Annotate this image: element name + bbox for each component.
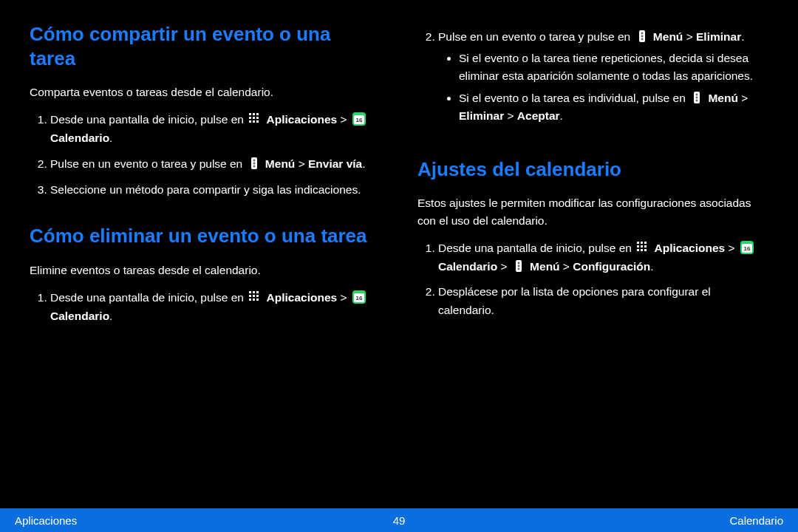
menu-label: Menú	[265, 157, 295, 170]
svg-rect-18	[256, 291, 259, 293]
apps-label: Aplicaciones	[267, 113, 338, 126]
svg-rect-24	[256, 299, 259, 301]
svg-rect-23	[253, 299, 255, 301]
svg-rect-2	[256, 113, 259, 115]
settings-step-2: Desplácese por la lista de opciones para…	[438, 283, 768, 320]
delete-intro: Elimine eventos o tareas desde el calend…	[30, 262, 381, 279]
right-column: Pulse en un evento o tarea y pulse en Me…	[417, 15, 768, 508]
accept-label: Aceptar	[517, 109, 560, 122]
svg-point-15	[253, 165, 255, 167]
svg-rect-20	[253, 295, 255, 297]
calendar-icon: 16	[740, 240, 754, 255]
svg-rect-41	[644, 245, 647, 248]
page-footer: Aplicaciones 49 Calendario	[0, 508, 798, 532]
apps-grid-icon	[248, 112, 262, 126]
share-steps: Desde una pantalla de inicio, pulse en A…	[30, 111, 381, 206]
svg-rect-42	[637, 249, 639, 251]
delete-sub-2-text-a: Si el evento o la tarea es individual, p…	[459, 92, 689, 104]
svg-rect-44	[644, 249, 647, 251]
svg-rect-7	[253, 120, 255, 123]
delete-step-1-text-a: Desde una pantalla de inicio, pulse en	[50, 291, 247, 304]
svg-point-51	[517, 267, 519, 270]
settings-step-1: Desde una pantalla de inicio, pulse en A…	[438, 239, 768, 276]
svg-rect-21	[256, 295, 259, 297]
footer-right: Calendario	[729, 514, 783, 527]
document-page: Cómo compartir un evento o una tarea Com…	[0, 0, 798, 532]
content-columns: Cómo compartir un evento o una tarea Com…	[0, 0, 798, 508]
svg-point-33	[696, 93, 698, 95]
delete-sub-2: Si el evento o la tarea es individual, p…	[459, 89, 768, 125]
svg-rect-38	[644, 242, 647, 244]
menu-dots-icon	[512, 259, 525, 273]
heading-share-event: Cómo compartir un evento o una tarea	[30, 22, 381, 70]
menu-dots-icon	[690, 91, 703, 104]
settings-label: Configuración	[573, 260, 650, 273]
svg-rect-3	[249, 117, 251, 119]
apps-label: Aplicaciones	[267, 291, 338, 304]
footer-page-number: 49	[393, 514, 406, 527]
menu-dots-icon	[635, 30, 649, 43]
share-intro: Comparta eventos o tareas desde el calen…	[30, 83, 381, 100]
svg-text:16: 16	[743, 245, 750, 252]
calendar-label: Calendario	[50, 132, 109, 144]
delete-label: Eliminar	[459, 109, 504, 122]
svg-rect-17	[253, 291, 255, 293]
menu-label: Menú	[708, 92, 737, 104]
svg-point-35	[696, 99, 698, 101]
delete-steps: Desde una pantalla de inicio, pulse en A…	[30, 289, 381, 333]
svg-rect-1	[253, 113, 255, 115]
svg-point-50	[517, 265, 519, 267]
settings-intro: Estos ajustes le permiten modificar las …	[417, 194, 768, 229]
calendar-label: Calendario	[50, 310, 109, 322]
svg-point-49	[517, 262, 519, 264]
delete-sub-1: Si el evento o la tarea tiene repeticion…	[459, 50, 768, 85]
delete-label: Eliminar	[696, 30, 741, 43]
svg-rect-39	[637, 245, 639, 248]
share-step-2: Pulse en un evento o tarea y pulse en Me…	[50, 155, 381, 174]
svg-rect-16	[249, 291, 251, 293]
svg-rect-43	[641, 249, 643, 251]
menu-dots-icon	[248, 157, 261, 170]
apps-grid-icon	[248, 290, 262, 304]
heading-delete-event: Cómo eliminar un evento o una tarea	[30, 224, 381, 248]
svg-point-13	[253, 159, 255, 161]
svg-rect-22	[249, 299, 251, 301]
calendar-label: Calendario	[438, 260, 497, 273]
calendar-icon: 16	[352, 112, 366, 126]
apps-label: Aplicaciones	[655, 242, 726, 254]
svg-rect-5	[256, 117, 259, 119]
calendar-icon: 16	[352, 290, 366, 304]
delete-step-2: Pulse en un evento o tarea y pulse en Me…	[438, 28, 768, 125]
delete-step-1: Desde una pantalla de inicio, pulse en A…	[50, 289, 381, 326]
svg-point-30	[641, 35, 643, 38]
footer-left: Aplicaciones	[15, 514, 77, 527]
left-column: Cómo compartir un evento o una tarea Com…	[30, 15, 381, 508]
send-via-label: Enviar vía	[308, 157, 362, 170]
svg-point-14	[253, 162, 255, 164]
svg-point-34	[696, 96, 698, 98]
share-step-3: Seleccione un método para compartir y si…	[50, 181, 381, 200]
svg-text:16: 16	[355, 295, 362, 301]
svg-rect-36	[637, 242, 639, 244]
svg-point-29	[641, 33, 643, 35]
heading-calendar-settings: Ajustes del calendario	[417, 157, 768, 182]
delete-steps-cont: Pulse en un evento o tarea y pulse en Me…	[417, 28, 768, 132]
svg-rect-37	[641, 242, 643, 244]
menu-label: Menú	[530, 260, 559, 273]
settings-step-1-text-a: Desde una pantalla de inicio, pulse en	[438, 242, 635, 254]
menu-label: Menú	[653, 30, 683, 43]
delete-substeps: Si el evento o la tarea tiene repeticion…	[438, 50, 768, 125]
svg-rect-0	[249, 113, 251, 115]
apps-grid-icon	[636, 241, 649, 254]
share-step-1: Desde una pantalla de inicio, pulse en A…	[50, 111, 381, 148]
svg-rect-6	[249, 120, 251, 123]
share-step-2-text-a: Pulse en un evento o tarea y pulse en	[50, 157, 246, 170]
svg-text:16: 16	[355, 117, 362, 123]
delete-step-2-text-a: Pulse en un evento o tarea y pulse en	[438, 30, 634, 43]
svg-point-31	[641, 38, 643, 41]
svg-rect-19	[249, 295, 251, 297]
svg-rect-40	[641, 245, 643, 248]
share-step-1-text-a: Desde una pantalla de inicio, pulse en	[50, 113, 247, 126]
svg-rect-8	[256, 120, 259, 123]
svg-rect-4	[253, 117, 255, 119]
